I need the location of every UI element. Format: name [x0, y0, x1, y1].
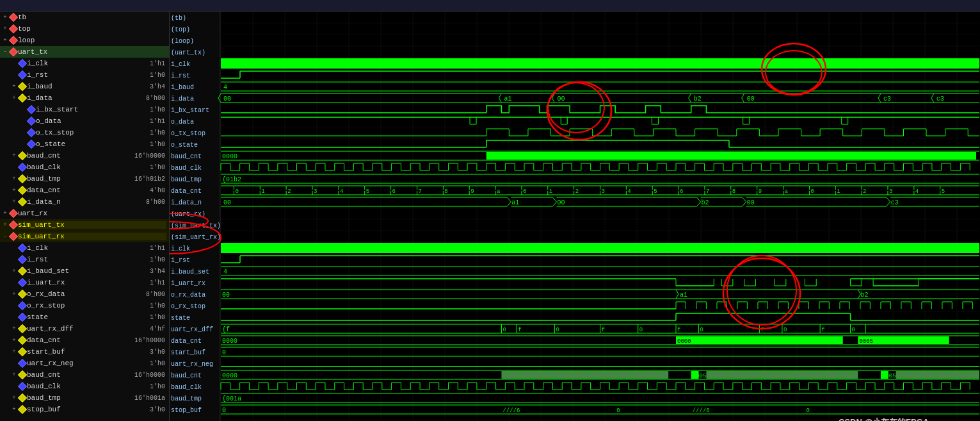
tree-item-i_clk[interactable]: i_clk1'h1 — [0, 58, 169, 69]
tree-item-baud_tmp2[interactable]: +baud_tmp16'h001a — [0, 392, 169, 404]
svg-line-270 — [552, 197, 556, 202]
svg-text:a1: a1 — [504, 95, 511, 103]
svg-line-128 — [689, 94, 691, 98]
svg-text:f: f — [677, 327, 680, 333]
signal-label-loop: loop — [18, 37, 166, 44]
tree-item-o_tx_stop[interactable]: o_tx_stop1'h0 — [0, 127, 169, 138]
svg-text:0: 0 — [556, 327, 559, 333]
tree-item-uart_rx_neg[interactable]: uart_rx_neg1'h0 — [0, 358, 169, 369]
tree-item-baud_tmp[interactable]: +baud_tmp16'h01b2 — [0, 173, 169, 185]
diamond-i_bx_start — [27, 105, 36, 114]
svg-text:0: 0 — [523, 188, 526, 195]
signal-value-i_baud: 3'h4 — [131, 83, 166, 90]
tree-item-start_buf[interactable]: +start_buf3'h0 — [0, 346, 169, 358]
expand-icon-start_buf[interactable]: + — [10, 348, 18, 356]
diamond-uart_rx_neg — [18, 359, 27, 368]
svg-text:00: 00 — [747, 199, 755, 206]
diamond-o_state — [27, 140, 36, 149]
diamond-o_rx_data — [18, 290, 27, 299]
svg-text:(uart_tx): (uart_tx) — [171, 49, 205, 56]
diamond-i_rst — [18, 70, 27, 79]
tree-item-baud_cnt[interactable]: +baud_cnt16'h0000 — [0, 150, 169, 161]
expand-icon-o_rx_data[interactable]: + — [10, 290, 18, 298]
diamond-i_baud — [18, 82, 27, 91]
signal-value-i_rst: 1'h0 — [131, 72, 166, 79]
tree-item-o_data[interactable]: o_data1'h1 — [0, 115, 169, 127]
signal-value-baud_tmp2: 16'h001a — [131, 395, 166, 402]
expand-icon-sim_uart_rx[interactable]: - — [1, 233, 9, 240]
svg-text:baud_clk: baud_clk — [171, 384, 202, 391]
svg-line-119 — [499, 98, 501, 103]
svg-text:00: 00 — [557, 199, 565, 206]
tree-item-state[interactable]: state1'h0 — [0, 311, 169, 323]
svg-text:0000: 0000 — [222, 372, 237, 379]
svg-text:0000: 0000 — [677, 338, 691, 345]
signal-label-state: state — [27, 313, 131, 321]
tree-item-i_baud_set[interactable]: +i_baud_set3'h4 — [0, 265, 169, 277]
waveform-area[interactable]: (tb)(top)(loop)(uart_tx)(uart_rx)(sim_ua… — [170, 12, 980, 421]
svg-text:0005: 0005 — [882, 373, 896, 379]
tree-item-sim_uart_tx[interactable]: +sim_uart_tx — [0, 219, 169, 231]
svg-point-450 — [723, 258, 800, 329]
tree-item-loop[interactable]: +loop — [0, 35, 169, 46]
expand-icon-baud_tmp2[interactable]: + — [10, 394, 18, 402]
tree-item-uart_rx[interactable]: +uart_rx — [0, 208, 169, 219]
tree-item-i_data_n[interactable]: +i_data_n8'h00 — [0, 196, 169, 208]
expand-icon-baud_cnt2[interactable]: + — [10, 371, 18, 379]
signal-value-baud_cnt2: 16'h0000 — [131, 372, 166, 379]
svg-text:0: 0 — [806, 408, 809, 414]
expand-icon-i_data[interactable]: + — [10, 94, 18, 102]
diamond-tb — [9, 13, 18, 22]
svg-text:0005: 0005 — [693, 373, 707, 379]
diamond-sim_uart_tx — [9, 220, 18, 229]
tree-item-o_rx_stop[interactable]: o_rx_stop1'h0 — [0, 300, 169, 311]
expand-icon-uart_tx[interactable]: - — [1, 48, 9, 56]
expand-icon-state — [10, 313, 18, 321]
svg-text:baud_tmp: baud_tmp — [171, 395, 202, 402]
tree-item-stop_buf[interactable]: +stop_buf3'h0 — [0, 404, 169, 415]
svg-text:i_rst: i_rst — [171, 72, 190, 79]
tree-item-sim_uart_rx[interactable]: -sim_uart_rx — [0, 231, 169, 242]
tree-item-baud_cnt2[interactable]: +baud_cnt16'h0000 — [0, 369, 169, 381]
expand-icon-top[interactable]: + — [1, 25, 9, 33]
svg-text:(loop): (loop) — [171, 38, 194, 45]
tree-item-uart_tx[interactable]: -uart_tx — [0, 46, 169, 58]
svg-text:7: 7 — [418, 188, 421, 195]
diamond-baud_cnt — [18, 151, 27, 160]
expand-icon-sim_uart_tx[interactable]: + — [1, 221, 9, 229]
tree-item-o_rx_data[interactable]: +o_rx_data8'h00 — [0, 288, 169, 300]
tree-item-baud_clk2[interactable]: baud_clk1'h0 — [0, 381, 169, 392]
tree-item-i_rst2[interactable]: i_rst1'h0 — [0, 254, 169, 265]
expand-icon-i_baud[interactable]: + — [10, 83, 18, 90]
tree-item-baud_clk[interactable]: baud_clk1'h0 — [0, 161, 169, 173]
tree-item-i_uart_rx[interactable]: i_uart_rx1'h1 — [0, 277, 169, 288]
expand-icon-stop_buf[interactable]: + — [10, 406, 18, 413]
svg-text:0: 0 — [852, 327, 855, 333]
tree-item-data_cnt[interactable]: +data_cnt4'h0 — [0, 185, 169, 196]
tree-item-i_bx_start[interactable]: i_bx_start1'h0 — [0, 104, 169, 115]
tree-item-uart_rx_dff[interactable]: +uart_rx_dff4'hf — [0, 323, 169, 334]
tree-item-top[interactable]: +top — [0, 23, 169, 35]
tree-item-i_clk2[interactable]: i_clk1'h1 — [0, 242, 169, 254]
expand-icon-uart_rx[interactable]: + — [1, 210, 9, 217]
tree-item-o_state[interactable]: o_state1'h0 — [0, 138, 169, 150]
svg-text:{01b2: {01b2 — [222, 176, 241, 183]
expand-icon-data_cnt2[interactable]: + — [10, 336, 18, 344]
svg-text:a: a — [785, 188, 789, 195]
tree-item-i_baud[interactable]: +i_baud3'h4 — [0, 81, 169, 92]
signal-label-uart_rx_dff: uart_rx_dff — [27, 325, 131, 333]
tree-item-data_cnt2[interactable]: +data_cnt16'h0000 — [0, 334, 169, 346]
expand-icon-i_baud_set[interactable]: + — [10, 267, 18, 275]
svg-text:o_state: o_state — [171, 142, 198, 149]
tree-item-tb[interactable]: +tb — [0, 12, 169, 23]
expand-icon-tb[interactable]: + — [1, 13, 9, 21]
expand-icon-loop[interactable]: + — [1, 37, 9, 44]
tree-item-i_data[interactable]: +i_data8'h00 — [0, 92, 169, 104]
expand-icon-baud_cnt[interactable]: + — [10, 152, 18, 160]
expand-icon-data_cnt[interactable]: + — [10, 186, 18, 194]
tree-item-i_rst[interactable]: i_rst1'h0 — [0, 69, 169, 81]
expand-icon-baud_tmp[interactable]: + — [10, 175, 18, 183]
expand-icon-i_data_n[interactable]: + — [10, 198, 18, 206]
expand-icon-uart_rx_dff[interactable]: + — [10, 325, 18, 333]
signal-value-data_cnt2: 16'h0000 — [131, 337, 166, 344]
